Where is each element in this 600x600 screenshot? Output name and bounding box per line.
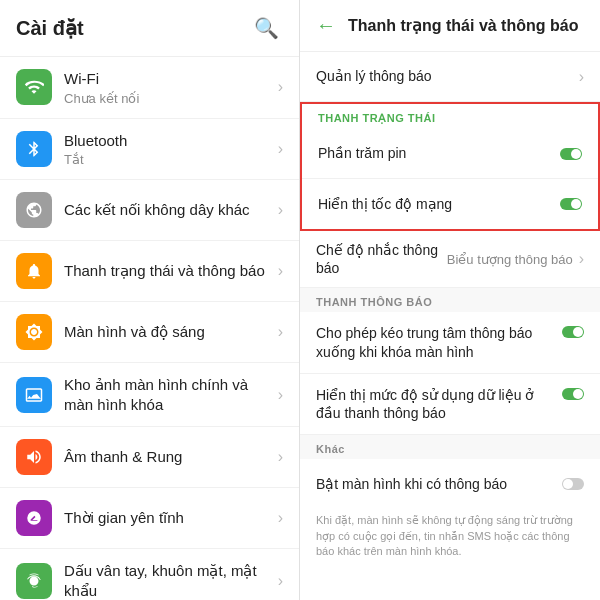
- battery-percent-item[interactable]: Phần trăm pin: [302, 129, 598, 179]
- right-panel: ← Thanh trạng thái và thông báo Quản lý …: [300, 0, 600, 600]
- quiet-chevron: ›: [278, 509, 283, 527]
- settings-item-fingerprint[interactable]: Dấu vân tay, khuôn mặt, mật khẩu ›: [0, 549, 299, 600]
- network-speed-toggle[interactable]: [560, 198, 582, 210]
- settings-item-notification[interactable]: Thanh trạng thái và thông báo ›: [0, 241, 299, 302]
- data-usage-content: Hiển thị mức độ sử dụng dữ liệu ở đầu th…: [316, 386, 562, 422]
- settings-item-network[interactable]: Các kết nối không dây khác ›: [0, 180, 299, 241]
- wallpaper-chevron: ›: [278, 386, 283, 404]
- settings-item-display[interactable]: Màn hình và độ sáng ›: [0, 302, 299, 363]
- network-speed-label: Hiển thị tốc độ mạng: [318, 195, 560, 213]
- notification-label: Thanh trạng thái và thông báo: [64, 261, 270, 281]
- screen-on-label: Bật màn hình khi có thông báo: [316, 476, 507, 492]
- status-bar-section-label: THANH TRẠNG THÁI: [302, 104, 598, 129]
- display-chevron: ›: [278, 323, 283, 341]
- wifi-value: Chưa kết nối: [64, 91, 270, 106]
- settings-item-quiet[interactable]: Thời gian yên tĩnh ›: [0, 488, 299, 549]
- screen-on-item[interactable]: Bật màn hình khi có thông báo Khi đặt, m…: [300, 459, 600, 567]
- network-speed-item[interactable]: Hiển thị tốc độ mạng: [302, 179, 598, 229]
- settings-item-sound[interactable]: Âm thanh & Rung ›: [0, 427, 299, 488]
- wifi-chevron: ›: [278, 78, 283, 96]
- data-usage-item[interactable]: Hiển thị mức độ sử dụng dữ liệu ở đầu th…: [300, 374, 600, 435]
- notification-mode-item[interactable]: Chế độ nhắc thông báo Biểu tượng thông b…: [300, 231, 600, 288]
- manage-notifications-item[interactable]: Quản lý thông báo ›: [300, 52, 600, 102]
- display-content: Màn hình và độ sáng: [64, 322, 270, 342]
- back-arrow-icon[interactable]: ←: [316, 14, 336, 37]
- left-panel: Cài đặt 🔍 Wi-Fi Chưa kết nối › Bluetooth…: [0, 0, 300, 600]
- other-section: Khác: [300, 435, 600, 459]
- mode-chevron: ›: [579, 250, 584, 268]
- network-chevron: ›: [278, 201, 283, 219]
- quiet-label: Thời gian yên tĩnh: [64, 508, 270, 528]
- notification-icon: [16, 253, 52, 289]
- network-icon: [16, 192, 52, 228]
- wifi-label: Wi-Fi: [64, 69, 270, 89]
- notification-mode-value: Biểu tượng thông báo: [447, 252, 573, 267]
- notification-mode-label: Chế độ nhắc thông báo: [316, 242, 438, 276]
- data-usage-label: Hiển thị mức độ sử dụng dữ liệu ở đầu th…: [316, 387, 534, 421]
- screen-on-toggle[interactable]: [562, 478, 584, 490]
- screen-on-content: Bật màn hình khi có thông báo: [316, 475, 562, 493]
- sound-content: Âm thanh & Rung: [64, 447, 270, 467]
- search-icon[interactable]: 🔍: [250, 12, 283, 44]
- wallpaper-content: Kho ảnh màn hình chính và màn hình khóa: [64, 375, 270, 414]
- bluetooth-value: Tắt: [64, 152, 270, 167]
- network-label: Các kết nối không dây khác: [64, 200, 270, 220]
- pulldown-toggle[interactable]: [562, 326, 584, 338]
- settings-item-bluetooth[interactable]: Bluetooth Tắt ›: [0, 119, 299, 181]
- display-label: Màn hình và độ sáng: [64, 322, 270, 342]
- wifi-content: Wi-Fi Chưa kết nối: [64, 69, 270, 106]
- battery-toggle[interactable]: [560, 148, 582, 160]
- settings-item-wallpaper[interactable]: Kho ảnh màn hình chính và màn hình khóa …: [0, 363, 299, 427]
- bluetooth-chevron: ›: [278, 140, 283, 158]
- bluetooth-icon: [16, 131, 52, 167]
- fingerprint-content: Dấu vân tay, khuôn mặt, mật khẩu: [64, 561, 270, 600]
- wallpaper-icon: [16, 377, 52, 413]
- other-section-label: Khác: [300, 435, 600, 459]
- pulldown-item[interactable]: Cho phép kéo trung tâm thông báo xuống k…: [300, 312, 600, 373]
- fingerprint-chevron: ›: [278, 572, 283, 590]
- left-header: Cài đặt 🔍: [0, 0, 299, 57]
- display-icon: [16, 314, 52, 350]
- screen-on-description: Khi đặt, màn hình sẽ không tự động sáng …: [300, 509, 600, 567]
- left-panel-title: Cài đặt: [16, 16, 84, 40]
- right-panel-title: Thanh trạng thái và thông báo: [348, 16, 584, 35]
- pulldown-content: Cho phép kéo trung tâm thông báo xuống k…: [316, 324, 562, 360]
- settings-list: Wi-Fi Chưa kết nối › Bluetooth Tắt › Các…: [0, 57, 299, 600]
- sound-label: Âm thanh & Rung: [64, 447, 270, 467]
- sound-icon: [16, 439, 52, 475]
- wallpaper-label: Kho ảnh màn hình chính và màn hình khóa: [64, 375, 270, 414]
- quiet-icon: [16, 500, 52, 536]
- network-content: Các kết nối không dây khác: [64, 200, 270, 220]
- battery-percent-label: Phần trăm pin: [318, 144, 560, 162]
- fingerprint-label: Dấu vân tay, khuôn mặt, mật khẩu: [64, 561, 270, 600]
- mode-label-wrap: Chế độ nhắc thông báo: [316, 241, 447, 277]
- status-bar-section: THANH TRẠNG THÁI Phần trăm pin Hiển thị …: [300, 102, 600, 231]
- notif-bar-section-label: THANH THÔNG BÁO: [300, 288, 600, 312]
- notif-bar-section: THANH THÔNG BÁO: [300, 288, 600, 312]
- notification-chevron: ›: [278, 262, 283, 280]
- fingerprint-icon: [16, 563, 52, 599]
- manage-notifications-label: Quản lý thông báo: [316, 67, 573, 85]
- quiet-content: Thời gian yên tĩnh: [64, 508, 270, 528]
- right-content: Quản lý thông báo › THANH TRẠNG THÁI Phầ…: [300, 52, 600, 600]
- bluetooth-label: Bluetooth: [64, 131, 270, 151]
- data-usage-toggle[interactable]: [562, 388, 584, 400]
- settings-item-wifi[interactable]: Wi-Fi Chưa kết nối ›: [0, 57, 299, 119]
- pulldown-label: Cho phép kéo trung tâm thông báo xuống k…: [316, 325, 532, 359]
- wifi-icon: [16, 69, 52, 105]
- sound-chevron: ›: [278, 448, 283, 466]
- notification-content: Thanh trạng thái và thông báo: [64, 261, 270, 281]
- right-header: ← Thanh trạng thái và thông báo: [300, 0, 600, 52]
- manage-chevron: ›: [579, 68, 584, 86]
- bluetooth-content: Bluetooth Tắt: [64, 131, 270, 168]
